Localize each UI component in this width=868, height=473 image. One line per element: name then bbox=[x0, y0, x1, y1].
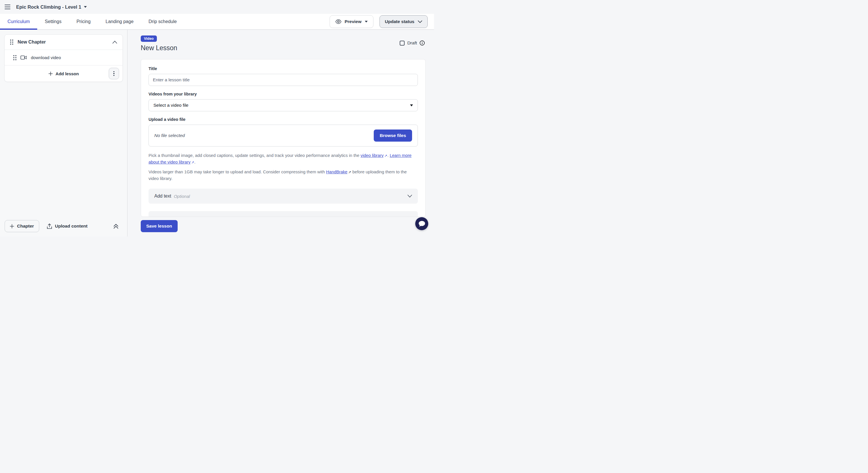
tab-label: Settings bbox=[45, 19, 61, 24]
upload-content-button[interactable]: Upload content bbox=[47, 223, 88, 229]
chapter-options-button[interactable] bbox=[109, 68, 119, 79]
add-downloads-label: Add downloads bbox=[154, 216, 186, 217]
video-camera-icon bbox=[21, 55, 27, 60]
tab-settings[interactable]: Settings bbox=[37, 14, 69, 29]
video-library-help: Pick a thumbnail image, add closed capti… bbox=[149, 152, 418, 165]
no-file-text: No file selected bbox=[154, 133, 185, 138]
caret-down-icon bbox=[410, 104, 413, 106]
help-text-segment: . bbox=[194, 160, 195, 164]
add-text-label: Add text bbox=[154, 193, 171, 199]
tab-label: Drip schedule bbox=[149, 19, 177, 24]
external-link-icon: ↗ bbox=[191, 159, 194, 165]
draft-checkbox[interactable] bbox=[400, 41, 405, 45]
help-text-segment: Videos larger than 1GB may take longer t… bbox=[149, 169, 326, 174]
course-title: Epic Rock Climbing - Level 1 bbox=[16, 4, 81, 10]
collapse-all-button[interactable] bbox=[113, 223, 119, 229]
chat-widget-button[interactable] bbox=[415, 217, 428, 230]
caret-down-icon bbox=[84, 6, 87, 8]
chevron-up-icon[interactable] bbox=[113, 41, 117, 43]
upload-label: Upload a video file bbox=[149, 117, 418, 122]
tab-drip-schedule[interactable]: Drip schedule bbox=[141, 14, 184, 29]
lesson-type-badge: Video bbox=[141, 35, 157, 42]
add-lesson-label: Add lesson bbox=[56, 71, 79, 76]
add-downloads-section[interactable]: Add downloads Optional bbox=[149, 211, 418, 217]
lesson-item[interactable]: download video bbox=[5, 50, 123, 65]
add-chapter-label: Chapter bbox=[17, 223, 34, 229]
compression-help: Videos larger than 1GB may take longer t… bbox=[149, 169, 418, 182]
double-chevron-up-icon bbox=[113, 223, 119, 229]
drag-handle-icon[interactable] bbox=[10, 39, 13, 45]
external-link-icon: ↗ bbox=[384, 153, 387, 159]
update-status-button[interactable]: Update status bbox=[379, 15, 428, 28]
lesson-form-card: Title Videos from your library Select a … bbox=[141, 59, 426, 217]
add-text-section[interactable]: Add text Optional bbox=[149, 189, 418, 203]
external-link-icon: ↗ bbox=[348, 169, 351, 176]
kebab-icon bbox=[113, 71, 115, 72]
lesson-editor-panel: Video New Lesson Draft Title Videos from… bbox=[127, 30, 434, 236]
info-icon[interactable] bbox=[420, 40, 425, 45]
sidebar-footer: Chapter Upload content bbox=[0, 216, 127, 236]
optional-label: Optional bbox=[174, 194, 190, 199]
preview-button[interactable]: Preview bbox=[330, 15, 373, 28]
help-text-segment: Pick a thumbnail image, add closed capti… bbox=[149, 153, 361, 158]
chevron-down-icon bbox=[418, 21, 422, 23]
video-library-select[interactable]: Select a video file bbox=[149, 99, 418, 111]
update-status-label: Update status bbox=[385, 19, 415, 24]
chat-bubble-icon bbox=[418, 221, 425, 227]
file-upload-box: No file selected Browse files bbox=[149, 125, 418, 147]
tab-label: Landing page bbox=[105, 19, 133, 24]
add-lesson-button[interactable]: Add lesson bbox=[49, 71, 79, 76]
tab-navigation: Curriculum Settings Pricing Landing page… bbox=[0, 14, 434, 30]
video-library-link[interactable]: video library bbox=[361, 153, 383, 158]
hamburger-menu-icon[interactable] bbox=[5, 5, 10, 9]
caret-down-icon bbox=[365, 21, 368, 23]
browse-files-button[interactable]: Browse files bbox=[374, 129, 412, 141]
page-title: New Lesson bbox=[141, 44, 177, 52]
upload-icon bbox=[47, 223, 52, 229]
top-bar: Epic Rock Climbing - Level 1 bbox=[0, 0, 434, 14]
draft-toggle-row: Draft bbox=[400, 40, 425, 45]
lesson-title-input[interactable] bbox=[149, 74, 418, 86]
upload-content-label: Upload content bbox=[55, 223, 88, 229]
chapter-title: New Chapter bbox=[18, 39, 46, 45]
tab-pricing[interactable]: Pricing bbox=[69, 14, 98, 29]
library-label: Videos from your library bbox=[149, 92, 418, 96]
optional-label: Optional bbox=[188, 216, 205, 217]
chevron-down-icon bbox=[407, 195, 412, 197]
drag-handle-icon[interactable] bbox=[13, 55, 17, 60]
lesson-title: download video bbox=[31, 55, 61, 60]
tab-landing-page[interactable]: Landing page bbox=[98, 14, 141, 29]
title-label: Title bbox=[149, 66, 418, 71]
curriculum-sidebar: New Chapter download video bbox=[0, 30, 127, 236]
chapter-card: New Chapter download video bbox=[4, 34, 123, 82]
select-value: Select a video file bbox=[153, 103, 189, 108]
tab-label: Curriculum bbox=[7, 19, 30, 24]
chapter-header[interactable]: New Chapter bbox=[5, 35, 123, 50]
handbrake-link[interactable]: HandBrake bbox=[326, 169, 347, 174]
eye-icon bbox=[335, 19, 341, 24]
plus-icon bbox=[49, 71, 53, 76]
plus-icon bbox=[10, 224, 14, 228]
add-chapter-button[interactable]: Chapter bbox=[5, 220, 39, 232]
draft-label: Draft bbox=[407, 40, 417, 45]
tab-curriculum[interactable]: Curriculum bbox=[0, 14, 37, 29]
tab-label: Pricing bbox=[76, 19, 91, 24]
save-lesson-button[interactable]: Save lesson bbox=[141, 220, 178, 232]
preview-label: Preview bbox=[345, 19, 362, 24]
course-switcher[interactable]: Epic Rock Climbing - Level 1 bbox=[16, 4, 87, 10]
tab-list: Curriculum Settings Pricing Landing page… bbox=[0, 14, 184, 29]
